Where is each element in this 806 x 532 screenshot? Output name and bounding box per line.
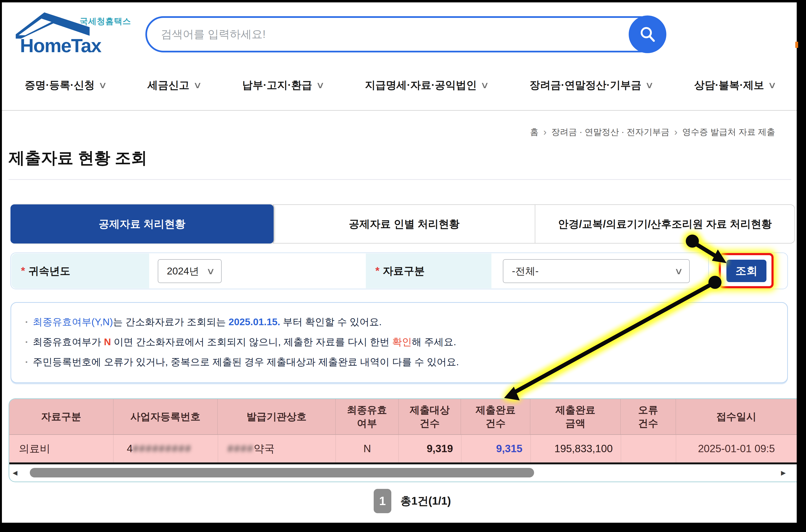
filter-divider bbox=[708, 253, 709, 289]
search-icon bbox=[638, 24, 658, 44]
tab-deduction-status[interactable]: 공제자료 처리현황 bbox=[11, 204, 274, 244]
tab-glasses-uniform-medical[interactable]: 안경/교복/의료기기/산후조리원 자료 처리현황 bbox=[535, 204, 795, 244]
search-input[interactable]: 검색어를 입력하세요! bbox=[145, 16, 658, 52]
required-mark: * bbox=[21, 265, 25, 277]
nav-item-incentives[interactable]: 장려금·연말정산·기부금∨ bbox=[529, 78, 653, 92]
breadcrumb: 홈 › 장려금 · 연말정산 · 전자기부금 › 영수증 발급처 자료 제출 bbox=[530, 126, 775, 138]
col-received-at: 접수일시 bbox=[676, 399, 797, 434]
col-done-count: 제출완료 건수 bbox=[461, 399, 530, 434]
search-placeholder: 검색어를 입력하세요! bbox=[147, 27, 266, 42]
bullet-icon: ▪ bbox=[25, 319, 27, 325]
notice-line-2: ▪최종유효여부가 N 이면 간소화자료에서 조회되지 않으니, 제출한 자료를 … bbox=[25, 332, 787, 352]
chevron-down-icon: ∨ bbox=[193, 80, 202, 90]
tab-deduction-by-person[interactable]: 공제자료 인별 처리현황 bbox=[273, 204, 535, 244]
breadcrumb-separator: › bbox=[543, 127, 546, 137]
table-row: 의료비 4######### ####약국 N 9,319 9,315 195,… bbox=[9, 434, 797, 462]
type-select[interactable]: -전체- ∨ bbox=[503, 259, 690, 283]
chevron-down-icon: ∨ bbox=[768, 80, 777, 90]
bullet-icon: ▪ bbox=[25, 359, 27, 365]
breadcrumb-section[interactable]: 장려금 · 연말정산 · 전자기부금 bbox=[551, 126, 670, 138]
chevron-down-icon: ∨ bbox=[206, 266, 215, 277]
edge-orange-marker bbox=[795, 42, 798, 48]
horizontal-scrollbar[interactable]: ◂ ▸ bbox=[9, 464, 797, 481]
breadcrumb-home[interactable]: 홈 bbox=[530, 126, 539, 138]
cell-received-at: 2025-01-01 09:5 bbox=[676, 434, 797, 462]
pagination-page-1[interactable]: 1 bbox=[374, 489, 391, 513]
chevron-down-icon: ∨ bbox=[316, 80, 325, 90]
col-target-count: 제출대상 건수 bbox=[399, 399, 461, 434]
notice-line-1: ▪최종유효여부(Y,N)는 간소화자료가 조회되는 2025.01.15. 부터… bbox=[25, 312, 787, 332]
col-error-count: 오류 건수 bbox=[621, 399, 676, 434]
hometax-logo[interactable]: 국세청홈택스 HomeTax bbox=[16, 12, 149, 56]
col-done-amount: 제출완료 금액 bbox=[530, 399, 621, 434]
required-mark: * bbox=[375, 265, 379, 277]
cell-done-amount: 195,833,100 bbox=[531, 434, 621, 462]
chevron-down-icon: ∨ bbox=[98, 80, 107, 90]
page-canvas: 국세청홈택스 HomeTax 검색어를 입력하세요! 증명·등록·신청∨ 세금신… bbox=[2, 2, 797, 523]
breadcrumb-current: 영수증 발급처 자료 제출 bbox=[682, 126, 775, 138]
masked-org-name: #### bbox=[228, 443, 254, 455]
scroll-right-icon[interactable]: ▸ bbox=[781, 468, 786, 477]
col-final-valid: 최종유효 여부 bbox=[336, 399, 399, 434]
year-label: * 귀속년도 bbox=[21, 253, 70, 289]
year-select[interactable]: 2024년 ∨ bbox=[158, 259, 222, 283]
title-divider bbox=[8, 179, 791, 180]
cell-org-name: ####약국 bbox=[218, 434, 336, 462]
col-biz-no: 사업자등록번호 bbox=[113, 399, 218, 434]
nav-item-payment[interactable]: 납부·고지·환급∨ bbox=[242, 78, 323, 92]
screenshot-frame: 국세청홈택스 HomeTax 검색어를 입력하세요! 증명·등록·신청∨ 세금신… bbox=[0, 0, 806, 532]
search-button[interactable] bbox=[629, 16, 666, 53]
logo-agency-label: 국세청홈택스 bbox=[80, 16, 131, 27]
logo-brand-label: HomeTax bbox=[20, 35, 101, 57]
cell-biz-no: 4######### bbox=[113, 434, 218, 462]
scrollbar-thumb[interactable] bbox=[30, 468, 534, 477]
scroll-left-icon[interactable]: ◂ bbox=[13, 468, 17, 477]
results-table: 자료구분 사업자등록번호 발급기관상호 최종유효 여부 제출대상 건수 제출완료… bbox=[8, 398, 797, 482]
table-bottom-border bbox=[9, 462, 797, 464]
cell-data-type: 의료비 bbox=[9, 434, 113, 462]
header-divider bbox=[2, 110, 797, 111]
chevron-down-icon: ∨ bbox=[481, 80, 489, 90]
nav-item-certificates[interactable]: 증명·등록·신청∨ bbox=[25, 78, 106, 92]
query-button[interactable]: 조회 bbox=[726, 260, 766, 282]
nav-item-statements[interactable]: 지급명세·자료·공익법인∨ bbox=[365, 78, 488, 92]
chevron-down-icon: ∨ bbox=[674, 266, 683, 277]
col-org-name: 발급기관상호 bbox=[218, 399, 336, 434]
chevron-down-icon: ∨ bbox=[645, 80, 654, 90]
nav-item-tax-filing[interactable]: 세금신고∨ bbox=[148, 78, 201, 92]
bullet-icon: ▪ bbox=[25, 339, 27, 345]
table-header-row: 자료구분 사업자등록번호 발급기관상호 최종유효 여부 제출대상 건수 제출완료… bbox=[9, 399, 797, 434]
col-data-type: 자료구분 bbox=[9, 399, 113, 434]
cell-error-count bbox=[621, 434, 676, 462]
notice-box: ▪최종유효여부(Y,N)는 간소화자료가 조회되는 2025.01.15. 부터… bbox=[11, 302, 788, 383]
notice-line-3: ▪주민등록번호에 오류가 있거나, 중복으로 제출된 경우 제출대상과 제출완료… bbox=[25, 352, 787, 372]
cell-done-count[interactable]: 9,315 bbox=[462, 434, 531, 462]
cell-final-valid: N bbox=[336, 434, 399, 462]
filter-bar: * 귀속년도 2024년 ∨ * 자료구분 -전체- ∨ bbox=[11, 252, 788, 289]
breadcrumb-separator: › bbox=[674, 127, 677, 137]
type-label: * 자료구분 bbox=[375, 253, 425, 289]
pagination-summary: 총1건(1/1) bbox=[400, 489, 451, 513]
page-title: 제출자료 현황 조회 bbox=[8, 147, 147, 169]
main-nav: 증명·등록·신청∨ 세금신고∨ 납부·고지·환급∨ 지급명세·자료·공익법인∨ … bbox=[25, 72, 775, 98]
masked-biz-no: ######### bbox=[132, 443, 191, 455]
cell-target-count: 9,319 bbox=[399, 434, 461, 462]
nav-item-consult[interactable]: 상담·불복·제보∨ bbox=[694, 78, 775, 92]
